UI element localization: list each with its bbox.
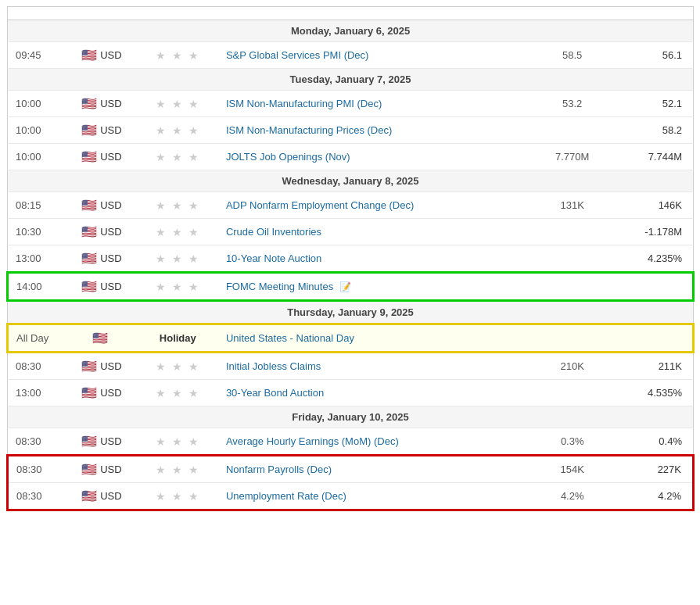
event-time: 13:00 — [8, 380, 66, 406]
flag-icon: 🇺🇸 — [81, 224, 97, 239]
event-importance: ★ ★ ★ — [138, 273, 218, 301]
event-name[interactable]: FOMC Meeting Minutes 📝 — [218, 273, 461, 301]
currency-label: USD — [100, 252, 121, 264]
event-currency: 🇺🇸USD — [66, 483, 138, 510]
event-link[interactable]: Average Hourly Earnings (MoM) (Dec) — [226, 435, 399, 447]
event-actual — [460, 117, 532, 144]
currency-label: USD — [100, 124, 121, 136]
event-name[interactable]: ADP Nonfarm Employment Change (Dec) — [218, 192, 461, 219]
event-name[interactable]: 10-Year Note Auction — [218, 245, 461, 273]
event-forecast: 0.3% — [532, 428, 612, 456]
event-link[interactable]: Crude Oil Inventories — [226, 226, 321, 238]
header-forecast — [532, 7, 612, 20]
event-forecast — [532, 117, 612, 144]
event-actual — [460, 483, 532, 510]
event-link[interactable]: JOLTS Job Openings (Nov) — [226, 151, 350, 163]
header-currency — [66, 7, 138, 20]
event-name[interactable]: Initial Jobless Claims — [218, 353, 461, 380]
header-importance — [138, 7, 218, 20]
event-forecast — [532, 245, 612, 273]
event-previous: 58.2 — [612, 117, 693, 144]
event-actual — [460, 353, 532, 380]
event-currency: 🇺🇸USD — [66, 245, 138, 273]
header-time — [8, 7, 66, 20]
event-actual — [460, 42, 532, 69]
event-forecast — [532, 273, 612, 301]
flag-icon: 🇺🇸 — [81, 198, 97, 213]
event-name[interactable]: Nonfarm Payrolls (Dec) — [218, 456, 461, 483]
event-link[interactable]: Initial Jobless Claims — [226, 360, 321, 372]
event-link[interactable]: ADP Nonfarm Employment Change (Dec) — [226, 199, 414, 211]
table-row: 08:30🇺🇸USD★ ★ ★Initial Jobless Claims210… — [8, 353, 694, 380]
event-link[interactable]: ISM Non-Manufacturing PMI (Dec) — [226, 98, 382, 109]
event-forecast — [532, 324, 612, 353]
importance-stars: ★ ★ ★ — [156, 252, 200, 265]
event-link[interactable]: Nonfarm Payrolls (Dec) — [226, 464, 332, 475]
importance-stars: ★ ★ ★ — [156, 226, 200, 238]
event-time: 08:30 — [8, 353, 66, 380]
flag-icon: 🇺🇸 — [81, 434, 97, 449]
flag-icon: 🇺🇸 — [81, 489, 97, 503]
event-previous: 4.235% — [612, 245, 693, 273]
event-currency: 🇺🇸USD — [66, 353, 138, 380]
event-currency: 🇺🇸USD — [66, 380, 138, 406]
event-time: 09:45 — [8, 42, 66, 69]
importance-stars: ★ ★ ★ — [156, 151, 200, 163]
event-forecast: 210K — [532, 353, 612, 380]
event-importance: Holiday — [138, 324, 218, 353]
table-row: 08:30🇺🇸USD★ ★ ★Average Hourly Earnings (… — [8, 428, 694, 456]
event-actual — [460, 245, 532, 273]
table-row: 10:00🇺🇸USD★ ★ ★JOLTS Job Openings (Nov)7… — [8, 144, 694, 170]
importance-stars: ★ ★ ★ — [156, 387, 200, 399]
table-row: 14:00🇺🇸USD★ ★ ★FOMC Meeting Minutes 📝 — [8, 273, 694, 301]
event-name[interactable]: JOLTS Job Openings (Nov) — [218, 144, 461, 170]
day-header-row: Thursday, January 9, 2025 — [8, 301, 694, 324]
currency-label: USD — [100, 49, 121, 61]
importance-stars: ★ ★ ★ — [156, 124, 200, 137]
currency-label: USD — [100, 199, 121, 211]
event-actual — [460, 192, 532, 219]
event-actual — [460, 273, 532, 301]
table-row: 09:45🇺🇸USD★ ★ ★S&P Global Services PMI (… — [8, 42, 694, 69]
event-link[interactable]: Unemployment Rate (Dec) — [226, 490, 346, 502]
event-name[interactable]: ISM Non-Manufacturing Prices (Dec) — [218, 117, 461, 144]
flag-icon: 🇺🇸 — [81, 279, 97, 294]
event-currency: 🇺🇸USD — [66, 91, 138, 117]
event-name[interactable]: Crude Oil Inventories — [218, 219, 461, 245]
event-currency: 🇺🇸USD — [66, 219, 138, 245]
event-importance: ★ ★ ★ — [138, 245, 218, 273]
event-time: 08:30 — [8, 428, 66, 456]
event-link[interactable]: S&P Global Services PMI (Dec) — [226, 49, 369, 61]
event-name[interactable]: Unemployment Rate (Dec) — [218, 483, 461, 510]
event-link[interactable]: ISM Non-Manufacturing Prices (Dec) — [226, 124, 392, 136]
event-time: 10:30 — [8, 219, 66, 245]
event-link[interactable]: FOMC Meeting Minutes — [226, 281, 333, 292]
event-actual — [460, 380, 532, 406]
event-name[interactable]: ISM Non-Manufacturing PMI (Dec) — [218, 91, 461, 117]
event-previous: -1.178M — [612, 219, 693, 245]
event-time: 13:00 — [8, 245, 66, 273]
event-link[interactable]: 30-Year Bond Auction — [226, 387, 324, 399]
event-name[interactable]: United States - National Day — [218, 324, 461, 353]
event-name[interactable]: Average Hourly Earnings (MoM) (Dec) — [218, 428, 461, 456]
event-link[interactable]: United States - National Day — [226, 332, 354, 344]
currency-label: USD — [100, 281, 121, 292]
currency-label: USD — [100, 151, 121, 163]
event-previous: 227K — [612, 456, 693, 483]
header-actual — [460, 7, 532, 20]
event-link[interactable]: 10-Year Note Auction — [226, 252, 321, 264]
economic-calendar-table: Monday, January 6, 202509:45🇺🇸USD★ ★ ★S&… — [6, 6, 695, 511]
event-importance: ★ ★ ★ — [138, 91, 218, 117]
event-time: All Day — [8, 324, 66, 353]
event-forecast: 53.2 — [532, 91, 612, 117]
event-importance: ★ ★ ★ — [138, 144, 218, 170]
event-forecast — [532, 380, 612, 406]
day-header-row: Friday, January 10, 2025 — [8, 406, 694, 428]
importance-stars: ★ ★ ★ — [156, 435, 200, 448]
event-actual — [460, 219, 532, 245]
event-currency: 🇺🇸USD — [66, 456, 138, 483]
table-row: 10:30🇺🇸USD★ ★ ★Crude Oil Inventories-1.1… — [8, 219, 694, 245]
event-name[interactable]: S&P Global Services PMI (Dec) — [218, 42, 461, 69]
event-actual — [460, 91, 532, 117]
event-name[interactable]: 30-Year Bond Auction — [218, 380, 461, 406]
